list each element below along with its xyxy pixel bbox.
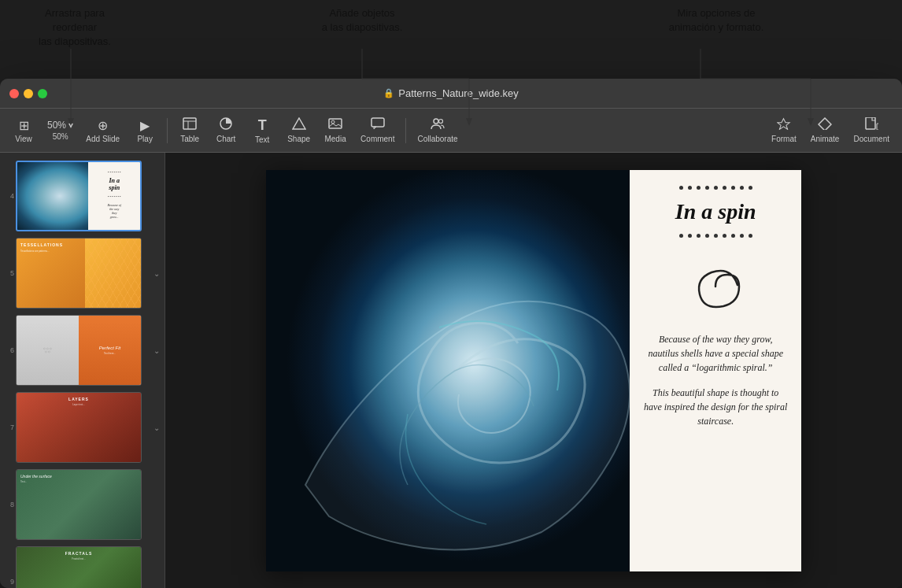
media-button[interactable]: Media xyxy=(318,114,353,146)
text-icon: T xyxy=(258,117,267,134)
document-icon xyxy=(864,117,878,133)
titlebar: 🔒 Patterns_Nature_wide.key xyxy=(0,79,902,109)
svg-rect-10 xyxy=(183,118,196,129)
page-wrapper: Arrastra para reordenarlas diapositivas.… xyxy=(0,0,902,588)
slide-thumbnail-9: FRACTALS Fractal text... xyxy=(16,546,142,588)
media-label: Media xyxy=(324,135,346,143)
animate-button[interactable]: Animate xyxy=(804,114,846,146)
format-label: Format xyxy=(771,135,797,143)
chart-label: Chart xyxy=(216,135,235,143)
nautilus-image xyxy=(266,170,630,571)
annotation-drag: Arrastra para reordenarlas diapositivas. xyxy=(24,6,126,50)
chevron-icon-6: ⌄ xyxy=(153,346,160,355)
chart-button[interactable]: Chart xyxy=(209,114,243,146)
format-button[interactable]: Format xyxy=(765,114,803,146)
slide-number-7: 7 xyxy=(3,423,14,431)
table-icon xyxy=(183,117,197,133)
keynote-window: 🔒 Patterns_Nature_wide.key ⊞ View 50% ▾ … xyxy=(0,79,902,588)
slide-number-8: 8 xyxy=(3,501,14,508)
play-button[interactable]: ▶ Play xyxy=(128,115,162,146)
shape-icon xyxy=(292,117,306,133)
collaborate-label: Collaborate xyxy=(417,135,457,143)
slide-body-2: This beautiful shape is thought to have … xyxy=(642,386,789,428)
main-content: 4 • • • • • • • In a spin • • • • • • • … xyxy=(0,153,902,588)
svg-marker-20 xyxy=(819,118,831,130)
lock-icon: 🔒 xyxy=(383,88,394,98)
annotation-add: Añade objetosa las diapositivas. xyxy=(307,6,417,35)
shape-button[interactable]: Shape xyxy=(281,114,316,146)
view-label: View xyxy=(15,135,32,143)
slide-item-6[interactable]: 6 ⌄ ⬡ ⬡ ⬡ ⬡ ⬡ Perfect Fit Text here... xyxy=(0,312,165,389)
slide-thumbnail-4: • • • • • • • In a spin • • • • • • • Be… xyxy=(16,161,142,231)
comment-label: Comment xyxy=(360,135,394,143)
svg-point-18 xyxy=(434,119,438,124)
slide-number-5: 5 xyxy=(3,269,14,277)
chevron-icon-5: ⌄ xyxy=(153,269,160,278)
view-button[interactable]: ⊞ View xyxy=(6,115,41,146)
svg-rect-21 xyxy=(866,117,875,129)
slide-thumbnail-8: Under the surface Text... xyxy=(16,469,142,540)
dots-middle xyxy=(679,234,752,238)
format-icon xyxy=(777,117,791,133)
slide-main-title: In a spin xyxy=(675,199,756,224)
main-slide: In a spin Because of the way they grow, … xyxy=(266,170,801,571)
slide-item-4[interactable]: 4 • • • • • • • In a spin • • • • • • • … xyxy=(0,157,165,235)
comment-button[interactable]: Comment xyxy=(354,114,401,146)
canvas-area[interactable]: In a spin Because of the way they grow, … xyxy=(165,153,902,588)
slide-item-7[interactable]: 7 ⌄ LAYERS Layer text... xyxy=(0,389,165,466)
window-title: 🔒 Patterns_Nature_wide.key xyxy=(383,87,518,99)
table-button[interactable]: Table xyxy=(172,114,207,146)
slide-body-1: Because of the way they grow, nautilus s… xyxy=(642,332,789,375)
traffic-lights xyxy=(9,89,47,98)
spiral-decoration xyxy=(684,255,747,318)
animate-icon xyxy=(818,117,832,133)
add-slide-button[interactable]: ⊕ Add Slide xyxy=(79,115,126,146)
play-label: Play xyxy=(137,135,152,143)
text-button[interactable]: T Text xyxy=(245,114,279,147)
slide-right-panel: In a spin Because of the way they grow, … xyxy=(630,170,801,571)
separator-2 xyxy=(405,118,406,143)
zoom-label: 50% xyxy=(53,132,68,141)
dots-top xyxy=(679,186,752,190)
animate-label: Animate xyxy=(811,135,840,143)
collaborate-icon xyxy=(431,117,445,133)
text-label: Text xyxy=(255,135,269,144)
chevron-icon-7: ⌄ xyxy=(153,423,160,432)
slide-number-6: 6 xyxy=(3,346,14,354)
zoom-value: 50% ▾ xyxy=(47,120,73,131)
svg-rect-15 xyxy=(329,119,342,128)
maximize-button[interactable] xyxy=(38,89,47,98)
svg-rect-17 xyxy=(372,118,384,127)
zoom-button[interactable]: 50% ▾ 50% xyxy=(43,116,78,144)
slide-thumbnail-7: LAYERS Layer text... xyxy=(16,392,142,463)
comment-icon xyxy=(371,117,385,133)
table-label: Table xyxy=(180,135,199,143)
slide-thumbnail-6: ⬡ ⬡ ⬡ ⬡ ⬡ Perfect Fit Text here... xyxy=(16,315,142,386)
svg-rect-22 xyxy=(877,124,878,130)
play-icon: ▶ xyxy=(140,118,150,133)
slide-item-5[interactable]: 5 ⌄ TESSELLATIONS Tessellations are patt… xyxy=(0,235,165,312)
svg-marker-14 xyxy=(293,118,305,129)
add-slide-label: Add Slide xyxy=(86,135,120,143)
document-label: Document xyxy=(853,135,889,143)
slide-panel[interactable]: 4 • • • • • • • In a spin • • • • • • • … xyxy=(0,153,165,588)
add-slide-icon: ⊕ xyxy=(98,118,108,133)
document-button[interactable]: Document xyxy=(847,114,896,146)
slide-number-9: 9 xyxy=(3,578,14,586)
svg-point-19 xyxy=(439,120,443,124)
slide-number-4: 4 xyxy=(3,192,14,200)
shape-label: Shape xyxy=(287,135,310,143)
media-icon xyxy=(328,117,342,133)
slide-item-8[interactable]: 8 Under the surface Text... xyxy=(0,466,165,543)
slide-item-9[interactable]: 9 FRACTALS Fractal text... xyxy=(0,543,165,588)
collaborate-button[interactable]: Collaborate xyxy=(411,114,464,146)
slide-thumbnail-5: TESSELLATIONS Tessellations are patterns… xyxy=(16,238,142,309)
close-button[interactable] xyxy=(9,89,19,98)
minimize-button[interactable] xyxy=(24,89,33,98)
chart-icon xyxy=(219,117,233,133)
separator-1 xyxy=(167,118,168,143)
annotation-view: Mira opciones deanimación y formato. xyxy=(645,6,787,35)
toolbar: ⊞ View 50% ▾ 50% ⊕ Add Slide ▶ Play xyxy=(0,109,902,153)
view-icon: ⊞ xyxy=(19,118,29,133)
